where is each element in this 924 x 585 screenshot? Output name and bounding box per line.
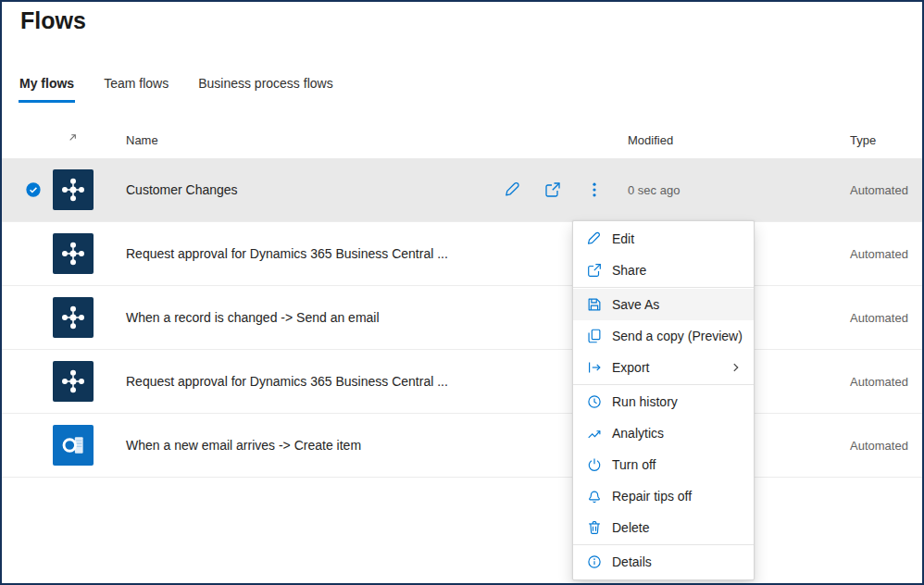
share-icon — [586, 262, 603, 279]
table-row[interactable]: When a record is changed -> Send an emai… — [2, 286, 922, 350]
flow-type: Automated — [850, 311, 908, 325]
menu-item-label: Export — [612, 360, 649, 375]
kebab-icon[interactable] — [584, 180, 605, 200]
menu-divider — [573, 287, 754, 288]
menu-item-label: Details — [612, 554, 652, 569]
flows-table: Customer Changes 0 sec ago Automated Req… — [2, 158, 922, 478]
flow-icon — [53, 297, 94, 338]
flow-type: Automated — [850, 439, 908, 453]
table-row[interactable]: Request approval for Dynamics 365 Busine… — [2, 222, 922, 286]
table-header: Name Modified Type — [2, 128, 922, 154]
save-as-icon — [586, 296, 603, 313]
column-header-name[interactable]: Name — [126, 133, 158, 147]
analytics-icon — [586, 425, 603, 442]
tab-business-process-flows[interactable]: Business process flows — [197, 74, 334, 103]
menu-item-turn-off[interactable]: Turn off — [573, 449, 754, 480]
menu-item-label: Edit — [612, 231, 634, 246]
flow-context-menu: Edit Share Save As Send a copy (Preview) — [572, 220, 755, 580]
flow-type: Automated — [850, 247, 908, 261]
flow-icon — [53, 169, 94, 210]
flow-modified: 0 sec ago — [628, 183, 680, 197]
menu-item-label: Save As — [612, 297, 659, 312]
menu-item-save-as[interactable]: Save As — [573, 289, 754, 320]
menu-item-label: Send a copy (Preview) — [612, 329, 743, 343]
edit-icon — [586, 230, 603, 247]
tab-bar: My flows Team flows Business process flo… — [19, 74, 334, 103]
selected-check-icon[interactable] — [25, 181, 42, 198]
info-icon — [586, 554, 603, 570]
share-icon[interactable] — [543, 180, 563, 200]
menu-item-label: Analytics — [612, 426, 664, 441]
flow-type-column-icon — [67, 131, 79, 143]
copy-icon — [586, 328, 603, 344]
pencil-icon[interactable] — [503, 180, 523, 200]
menu-divider — [573, 544, 754, 545]
table-row[interactable]: When a new email arrives -> Create item … — [2, 414, 922, 478]
flows-page: Flows My flows Team flows Business proce… — [0, 0, 924, 585]
flow-name: Request approval for Dynamics 365 Busine… — [126, 374, 448, 389]
chevron-right-icon — [730, 361, 743, 374]
menu-item-label: Turn off — [612, 457, 656, 472]
tab-team-flows[interactable]: Team flows — [103, 74, 169, 103]
menu-item-label: Repair tips off — [612, 489, 692, 504]
column-header-modified[interactable]: Modified — [628, 133, 673, 147]
run-history-icon — [586, 393, 603, 410]
menu-item-send-a-copy[interactable]: Send a copy (Preview) — [573, 320, 754, 352]
menu-item-share[interactable]: Share — [573, 255, 754, 286]
menu-item-run-history[interactable]: Run history — [573, 386, 754, 417]
menu-item-export[interactable]: Export — [573, 352, 754, 383]
flow-type: Automated — [850, 183, 908, 197]
menu-divider — [573, 384, 754, 385]
flow-icon — [53, 361, 94, 402]
table-row[interactable]: Request approval for Dynamics 365 Busine… — [2, 350, 922, 414]
flow-icon — [53, 233, 94, 274]
flow-name: When a record is changed -> Send an emai… — [126, 310, 380, 325]
export-icon — [586, 359, 603, 376]
menu-item-label: Run history — [612, 394, 678, 409]
menu-item-analytics[interactable]: Analytics — [573, 417, 754, 449]
flow-name: Request approval for Dynamics 365 Busine… — [126, 246, 448, 261]
flow-name: When a new email arrives -> Create item — [126, 438, 361, 453]
flow-name: Customer Changes — [126, 182, 238, 197]
menu-item-label: Delete — [612, 520, 649, 535]
menu-item-edit[interactable]: Edit — [573, 223, 754, 255]
column-header-type[interactable]: Type — [850, 133, 876, 147]
power-icon — [586, 456, 603, 473]
tab-my-flows[interactable]: My flows — [19, 74, 75, 103]
trash-icon — [586, 519, 603, 536]
menu-item-details[interactable]: Details — [573, 546, 754, 578]
menu-item-delete[interactable]: Delete — [573, 512, 754, 543]
menu-item-label: Share — [612, 263, 646, 278]
outlook-icon — [53, 425, 94, 466]
table-row[interactable]: Customer Changes 0 sec ago Automated — [2, 158, 922, 222]
bell-icon — [586, 488, 603, 504]
flow-type: Automated — [850, 375, 908, 389]
menu-item-repair-tips-off[interactable]: Repair tips off — [573, 480, 754, 512]
page-title: Flows — [20, 7, 86, 34]
